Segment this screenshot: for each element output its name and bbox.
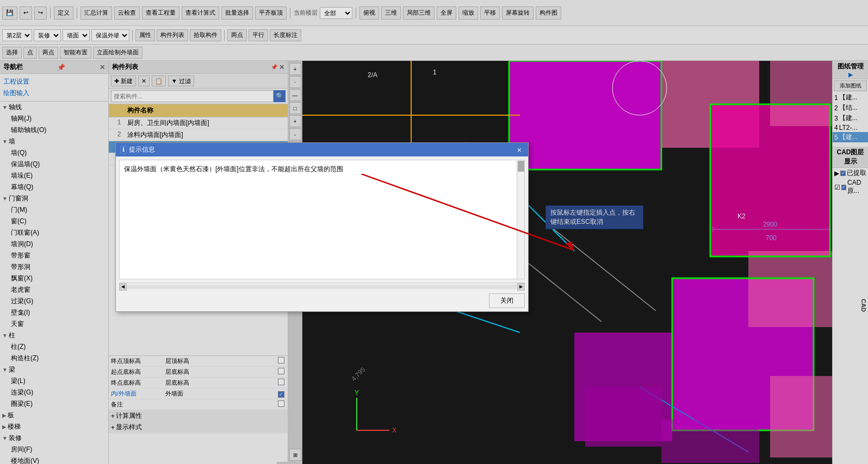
dialog: ℹ 提示信息 × 保温外墙面（米黄色天然石漆）[外墙面]位置非法，不能超出所在父… [115,142,529,312]
dialog-footer: 关闭 [116,290,528,311]
dialog-close-btn[interactable]: × [515,146,524,154]
dialog-title-text: 提示信息 [129,145,155,154]
dialog-hscrollbar: ◀ ▶ [119,283,525,290]
dialog-scrollbar[interactable] [517,160,524,279]
dialog-close-action-btn[interactable]: 关闭 [489,293,525,308]
dialog-content: 保温外墙面（米黄色天然石漆）[外墙面]位置非法，不能超出所在父墙的范围 [119,160,525,279]
dialog-overlay: ℹ 提示信息 × 保温外墙面（米黄色天然石漆）[外墙面]位置非法，不能超出所在父… [0,0,868,464]
hscroll-right-btn[interactable]: ▶ [517,283,525,291]
dialog-scrollbar-thumb[interactable] [518,161,524,172]
dialog-titlebar: ℹ 提示信息 × [116,143,528,156]
hscroll-left-btn[interactable]: ◀ [119,283,127,291]
dialog-title: ℹ 提示信息 [120,145,155,154]
dialog-icon: ℹ [120,146,127,154]
dialog-message: 保温外墙面（米黄色天然石漆）[外墙面]位置非法，不能超出所在父墙的范围 [124,165,343,173]
hscroll-track[interactable] [127,285,517,289]
